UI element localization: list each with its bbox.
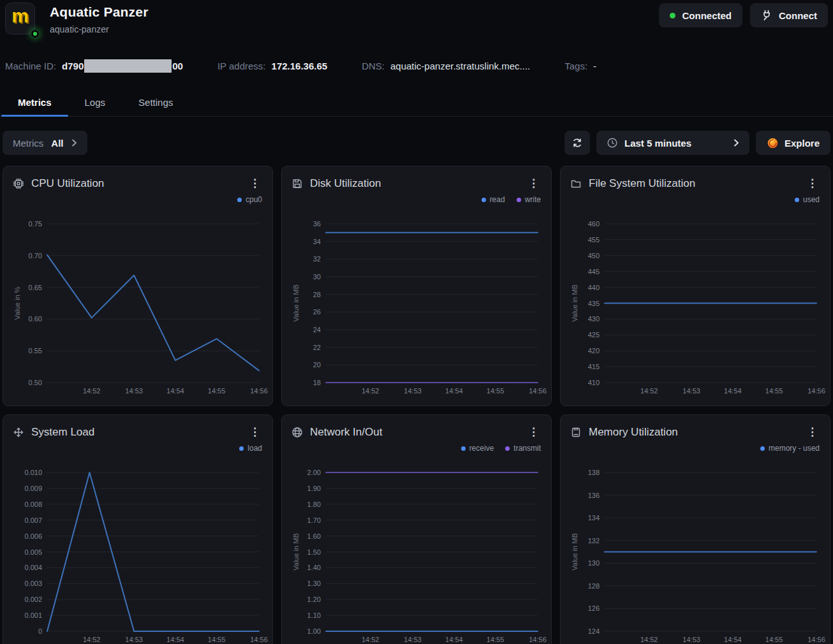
page-title: Aquatic Panzer (50, 4, 149, 20)
chart-legend: receivetransmit (282, 442, 551, 455)
legend-label: load (247, 444, 262, 453)
dns-label: DNS: (362, 61, 385, 71)
metrics-toolbar: Metrics All Last 5 minutes (3, 131, 830, 155)
panel-menu-button[interactable]: ⋮ (247, 426, 263, 438)
legend-item[interactable]: used (795, 195, 820, 204)
panel-memory-utilization: Memory Utilization ⋮ memory - used 12412… (560, 414, 830, 644)
svg-text:14:53: 14:53 (125, 387, 143, 395)
svg-text:20: 20 (313, 361, 321, 369)
chart-legend: readwrite (282, 193, 551, 206)
legend-dot-icon (505, 446, 510, 451)
legend-label: read (490, 195, 505, 204)
panel-menu-button[interactable]: ⋮ (804, 177, 820, 189)
globe-icon (291, 427, 303, 438)
tab-metrics[interactable]: Metrics (1, 92, 68, 116)
cpu-icon (13, 178, 24, 189)
svg-text:14:55: 14:55 (765, 387, 783, 395)
svg-text:14:52: 14:52 (640, 636, 658, 643)
svg-text:28: 28 (313, 291, 321, 298)
legend-dot-icon (482, 198, 486, 202)
refresh-button[interactable] (564, 131, 590, 155)
svg-text:36: 36 (313, 220, 321, 228)
svg-text:14:54: 14:54 (445, 387, 463, 395)
network-in-out-chart: 1.001.101.201.301.401.501.601.701.801.90… (282, 455, 551, 644)
svg-text:450: 450 (588, 252, 600, 260)
panel-network-in-out: Network In/Out ⋮ receivetransmit 1.001.1… (281, 414, 552, 644)
svg-text:1.70: 1.70 (307, 516, 321, 524)
machine-id-value: d79000 (62, 59, 183, 73)
svg-text:14:56: 14:56 (250, 387, 268, 395)
svg-text:440: 440 (588, 284, 600, 291)
svg-text:1.10: 1.10 (307, 611, 321, 619)
refresh-icon (571, 137, 583, 149)
svg-text:1.40: 1.40 (307, 564, 321, 571)
machine-logo: m (5, 3, 35, 34)
machine-id-field: Machine ID: d79000 (5, 59, 183, 73)
legend-item[interactable]: load (239, 444, 262, 453)
metrics-grid: CPU Utilization ⋮ cpu0 0.500.550.600.650… (3, 166, 830, 644)
legend-dot-icon (517, 198, 521, 202)
svg-text:14:52: 14:52 (640, 387, 658, 395)
online-status-dot (31, 30, 39, 38)
legend-item[interactable]: transmit (505, 444, 541, 453)
svg-text:Value in MB: Value in MB (571, 533, 579, 571)
svg-text:0.002: 0.002 (24, 596, 42, 603)
machine-logo-letter: m (11, 6, 29, 26)
connect-button[interactable]: Connect (750, 3, 828, 27)
panel-title: CPU Utilization (31, 177, 240, 190)
svg-text:14:55: 14:55 (487, 387, 505, 395)
panel-title: Disk Utilization (310, 177, 519, 190)
svg-text:24: 24 (313, 326, 321, 333)
metrics-filter-value: All (51, 138, 63, 149)
tab-logs[interactable]: Logs (68, 92, 122, 116)
svg-text:14:56: 14:56 (807, 387, 825, 395)
legend-dot-icon (461, 446, 466, 451)
svg-text:26: 26 (313, 308, 321, 316)
chevron-right-icon (733, 138, 739, 147)
svg-text:14:55: 14:55 (208, 387, 226, 395)
svg-text:14:53: 14:53 (682, 387, 700, 395)
svg-text:14:55: 14:55 (208, 636, 226, 643)
memory-utilization-chart: 12412612813013213413613814:5214:5314:541… (561, 455, 830, 644)
panel-menu-button[interactable]: ⋮ (526, 426, 542, 438)
svg-text:2.00: 2.00 (307, 469, 321, 476)
svg-text:14:54: 14:54 (166, 387, 184, 395)
legend-item[interactable]: memory - used (760, 444, 820, 453)
svg-text:14:53: 14:53 (125, 636, 143, 643)
time-range-dropdown[interactable]: Last 5 minutes (596, 131, 749, 155)
svg-text:126: 126 (588, 604, 600, 612)
svg-text:415: 415 (588, 363, 600, 370)
tab-settings[interactable]: Settings (122, 92, 189, 116)
svg-text:0.010: 0.010 (24, 469, 42, 476)
legend-item[interactable]: cpu0 (237, 195, 262, 204)
legend-item[interactable]: read (482, 195, 505, 204)
panel-menu-button[interactable]: ⋮ (247, 177, 263, 189)
svg-text:14:54: 14:54 (724, 636, 742, 643)
machine-avatar: m (5, 3, 37, 36)
legend-item[interactable]: receive (461, 444, 494, 453)
panel-menu-button[interactable]: ⋮ (804, 426, 820, 438)
svg-text:410: 410 (588, 379, 600, 386)
panel-menu-button[interactable]: ⋮ (526, 177, 542, 189)
legend-label: receive (469, 444, 494, 453)
metrics-filter-dropdown[interactable]: Metrics All (3, 131, 87, 155)
svg-text:1.50: 1.50 (307, 548, 321, 556)
svg-text:138: 138 (588, 469, 600, 476)
svg-text:14:52: 14:52 (83, 636, 101, 643)
svg-text:132: 132 (588, 537, 600, 545)
dns-field: DNS: aquatic-panzer.stratuslink.mec.... (362, 61, 530, 71)
svg-text:0.001: 0.001 (24, 611, 42, 619)
panel-system-load: System Load ⋮ load 00.0010.0020.0030.004… (3, 414, 273, 644)
tags-value: - (593, 61, 596, 71)
svg-text:0.004: 0.004 (24, 564, 42, 571)
svg-text:1.90: 1.90 (307, 485, 321, 492)
svg-text:Value in MB: Value in MB (571, 284, 579, 322)
svg-text:0.65: 0.65 (29, 284, 42, 291)
svg-text:14:54: 14:54 (724, 387, 742, 395)
legend-item[interactable]: write (517, 195, 541, 204)
svg-text:14:53: 14:53 (404, 387, 422, 395)
svg-text:Value in MB: Value in MB (292, 284, 300, 322)
svg-text:14:52: 14:52 (362, 636, 380, 643)
explore-button[interactable]: Explore (756, 131, 830, 155)
memory-card-icon (570, 427, 582, 438)
